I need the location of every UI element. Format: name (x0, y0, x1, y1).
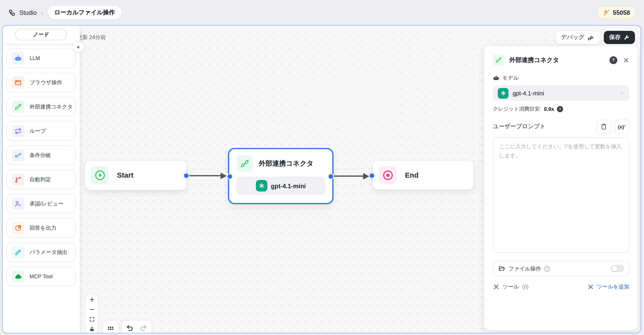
history-controls (122, 320, 152, 333)
edge-start-to-connector (188, 175, 221, 176)
tools-count: (0) (522, 284, 528, 290)
credit-usage-row: クレジット消費目安: 0.9x ? (493, 106, 629, 113)
start-node-label: Start (117, 171, 134, 180)
end-node-label: End (405, 171, 419, 179)
close-icon[interactable] (623, 57, 629, 63)
sidebar-item-label: 承認/レビュー (30, 200, 64, 207)
connector-node-model[interactable]: gpt-4.1-mini (236, 177, 325, 195)
user-check-icon (12, 197, 24, 210)
model-select[interactable]: gpt-4.1-mini (493, 85, 629, 101)
folder-icon (498, 265, 505, 272)
add-tool-link[interactable]: ツールを追加 (588, 283, 629, 290)
sidebar-collapse-button[interactable]: « (73, 41, 84, 52)
tools-label: ツール (503, 283, 519, 290)
prompt-header-row: ユーザープロンプト {x}+ (493, 119, 629, 134)
zoom-in-button[interactable] (86, 295, 98, 304)
sidebar-item-output-answer[interactable]: 回答を出力 (6, 218, 76, 238)
sidebar-item-parameter-extract[interactable]: パラメータ抽出 (6, 242, 76, 262)
cloud-icon (12, 270, 24, 282)
wrench-icon (624, 34, 630, 41)
sidebar-item-label: 回答を出力 (30, 224, 56, 231)
redo-button[interactable] (140, 324, 147, 332)
sidebar-item-auto-judge[interactable]: 自動判定 (6, 170, 76, 189)
variable-icon: {x} (618, 124, 624, 129)
credit-help-icon[interactable]: ? (557, 106, 563, 112)
node-external-connector[interactable]: 外部連携コネクタ gpt-4.1-mini (228, 148, 334, 204)
model-section-label-row: モデル (493, 74, 629, 82)
sidebar-item-label: 自動判定 (30, 176, 51, 183)
canvas-actions: デバッグ 保存 (556, 31, 635, 44)
grid-snap-button[interactable] (103, 320, 118, 333)
undo-button[interactable] (126, 324, 134, 332)
node-palette-title: ノード (15, 29, 67, 40)
plug-icon (493, 54, 504, 66)
workflow-nodes-icon (8, 9, 16, 16)
node-end[interactable]: End (372, 160, 474, 190)
sidebar-item-external-connector[interactable]: 外部連携コネクタ (6, 97, 76, 116)
file-operations-row[interactable]: ファイル操作 ? (493, 261, 629, 276)
sidebar-item-mcp-tool[interactable]: MCP Tool (6, 267, 76, 286)
lock-canvas-button[interactable] (86, 324, 98, 333)
end-stop-icon (379, 166, 397, 184)
connector-output-handle[interactable] (328, 173, 334, 180)
debug-button-label: デバッグ (561, 34, 584, 41)
sidebar-item-approval-review[interactable]: 承認/レビュー (6, 194, 76, 213)
add-tool-label: ツールを追加 (597, 283, 629, 290)
sidebar-item-condition-branch[interactable]: 条件分岐 (6, 145, 76, 165)
edge-connector-to-end (333, 176, 364, 177)
sidebar-item-llm[interactable]: LLM (6, 49, 76, 68)
app-window: Studio › ローカルファイル操作 55058 ? 未保存 ・ 最終更新 2… (0, 0, 644, 335)
model-select-value: gpt-4.1-mini (513, 90, 619, 96)
panel-title: 外部連携コネクタ (509, 56, 559, 64)
sidebar-item-label: 外部連携コネクタ (30, 103, 73, 110)
node-palette-list: LLMブラウザ操作外部連携コネクタループ条件分岐自動判定承認/レビュー回答を出力… (2, 44, 80, 291)
top-bar: Studio › ローカルファイル操作 55058 (0, 0, 644, 25)
save-button-label: 保存 (609, 34, 620, 41)
pen-icon (12, 246, 24, 258)
sidebar-item-loop[interactable]: ループ (6, 121, 76, 141)
git-branch-icon (12, 173, 24, 186)
panel-header: 外部連携コネクタ ? (493, 54, 629, 66)
breadcrumb-separator: › (41, 9, 43, 16)
credit-usage-label: クレジット消費目安: (493, 106, 541, 113)
browser-icon (12, 76, 24, 89)
save-button[interactable]: 保存 (604, 31, 635, 44)
credit-usage-value: 0.9x (544, 106, 554, 112)
file-operations-help-icon[interactable]: ? (544, 266, 550, 271)
user-prompt-input[interactable] (493, 137, 629, 253)
tools-icon (493, 284, 500, 290)
sidebar-item-label: ブラウザ操作 (30, 79, 62, 86)
loop-icon (12, 125, 24, 137)
credits-count: 55058 (613, 9, 630, 16)
zoom-controls (86, 295, 98, 333)
file-operations-label: ファイル操作 (508, 265, 541, 272)
breadcrumb-studio[interactable]: Studio (19, 9, 37, 16)
node-palette-sidebar: ノード LLMブラウザ操作外部連携コネクタループ条件分岐自動判定承認/レビュー回… (2, 26, 80, 333)
target-icon (12, 222, 24, 234)
sparkle-icon (603, 9, 610, 16)
robot-icon (12, 52, 24, 64)
robot-icon (493, 75, 500, 81)
branch-icon (12, 149, 24, 161)
end-input-handle[interactable] (369, 173, 375, 179)
clipboard-button[interactable] (596, 119, 611, 134)
file-operations-toggle[interactable] (611, 265, 624, 272)
sidebar-item-label: MCP Tool (30, 273, 52, 279)
panel-help-icon[interactable]: ? (610, 56, 617, 64)
connector-node-header: 外部連携コネクタ (229, 149, 332, 172)
plug-icon (12, 100, 24, 113)
debug-button[interactable]: デバッグ (556, 31, 600, 44)
workflow-title[interactable]: ローカルファイル操作 (48, 6, 121, 19)
zoom-out-button[interactable] (86, 304, 98, 314)
sidebar-item-label: 条件分岐 (30, 152, 51, 159)
sidebar-item-label: ループ (30, 127, 46, 135)
node-start[interactable]: Start (84, 160, 187, 190)
chevron-down-icon (619, 91, 624, 96)
sidebar-item-browser-ops[interactable]: ブラウザ操作 (6, 73, 76, 92)
start-output-handle[interactable] (183, 173, 190, 179)
credits-badge[interactable]: 55058 (597, 6, 636, 19)
workflow-canvas[interactable]: ? 未保存 ・ 最終更新 24分前 デバッグ 保存 (2, 25, 641, 333)
insert-variable-button[interactable]: {x}+ (614, 119, 629, 134)
connector-input-handle[interactable] (227, 173, 233, 180)
fit-view-button[interactable] (86, 314, 98, 324)
